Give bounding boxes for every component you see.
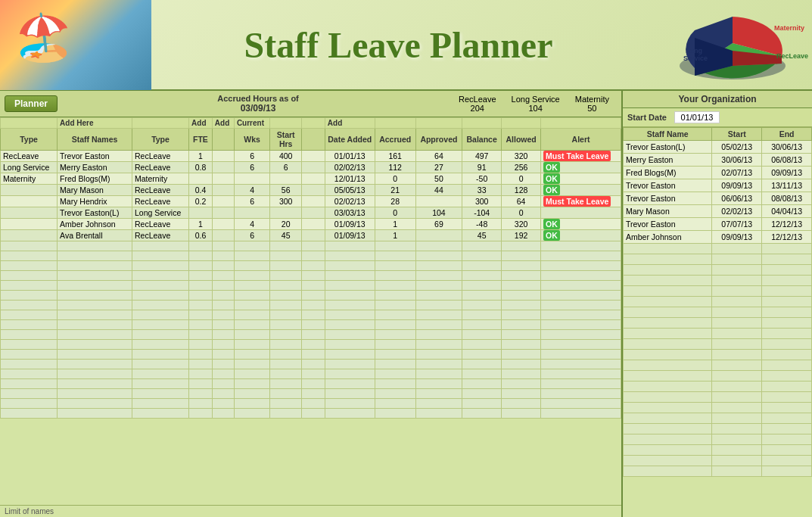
right-empty-cell <box>624 254 712 265</box>
empty-cell <box>302 409 325 419</box>
right-empty-cell <box>624 286 712 297</box>
empty-cell <box>58 261 132 271</box>
cell-type2: RecLeave <box>132 162 188 173</box>
cell-accrued: 1 <box>375 230 415 241</box>
right-cell-name: Trevor Easton(L) <box>624 141 712 154</box>
right-cell-start: 09/09/13 <box>712 231 762 244</box>
cell-balance: 33 <box>462 185 502 196</box>
empty-table-row <box>1 261 621 271</box>
empty-cell <box>212 241 234 251</box>
empty-cell <box>502 330 541 340</box>
cell-start-hrs <box>270 173 302 185</box>
right-empty-row <box>624 456 812 466</box>
empty-cell <box>375 379 415 389</box>
empty-cell <box>234 310 269 320</box>
right-empty-row <box>624 360 812 371</box>
right-empty-cell <box>624 392 712 403</box>
empty-cell <box>212 350 234 360</box>
empty-cell <box>302 310 325 320</box>
empty-cell <box>189 301 213 310</box>
empty-cell <box>58 330 132 340</box>
maternity-count: Maternity 50 <box>575 95 609 113</box>
cell-alert <box>541 207 621 219</box>
empty-table-row <box>1 389 621 399</box>
cell-type <box>1 185 58 196</box>
empty-cell <box>302 320 325 330</box>
empty-cell <box>1 320 58 330</box>
th-staff-names: Staff Names <box>58 129 132 151</box>
empty-cell <box>462 251 502 261</box>
long-service-value: 104 <box>512 104 560 113</box>
empty-cell <box>541 271 621 281</box>
empty-cell <box>541 251 621 261</box>
empty-cell <box>415 389 462 399</box>
releave-count: RecLeave 204 <box>459 95 496 113</box>
empty-cell <box>234 301 269 310</box>
right-empty-cell <box>762 329 812 339</box>
empty-cell <box>270 379 302 389</box>
th-fte: FTE <box>189 129 213 151</box>
right-empty-cell <box>762 466 812 477</box>
table-row: Mary Mason RecLeave 0.4 4 56 05/05/13 21… <box>1 185 621 196</box>
empty-cell <box>270 251 302 261</box>
cell-date: 02/02/13 <box>325 196 375 207</box>
empty-table-row <box>1 330 621 340</box>
cell-approved <box>415 230 462 241</box>
right-empty-cell <box>762 286 812 297</box>
cell-name: Mary Mason <box>58 185 132 196</box>
empty-cell <box>189 261 213 271</box>
cell-type <box>1 207 58 219</box>
cell-start-hrs: 300 <box>270 196 302 207</box>
empty-cell <box>132 281 188 291</box>
empty-cell <box>132 409 188 419</box>
empty-cell <box>415 399 462 409</box>
cell-type <box>1 219 58 230</box>
th-empty5 <box>375 118 415 129</box>
empty-cell <box>462 350 502 360</box>
empty-cell <box>212 320 234 330</box>
planner-button[interactable]: Planner <box>5 95 58 112</box>
empty-cell <box>541 301 621 310</box>
cell-allowed: 64 <box>502 196 541 207</box>
empty-table-row <box>1 281 621 291</box>
empty-cell <box>325 310 375 320</box>
empty-cell <box>415 301 462 310</box>
empty-cell <box>375 409 415 419</box>
cell-hrs <box>302 162 325 173</box>
cell-wks: 6 <box>234 151 269 162</box>
empty-table-row <box>1 251 621 261</box>
th-empty1 <box>1 118 58 129</box>
right-empty-cell <box>624 466 712 477</box>
cell-name: Ava Brentall <box>58 230 132 241</box>
empty-cell <box>1 360 58 369</box>
cell-start-hrs <box>270 207 302 219</box>
cell-date: 12/01/13 <box>325 173 375 185</box>
th-type: Type <box>1 129 58 151</box>
right-empty-cell <box>624 456 712 466</box>
empty-cell <box>58 251 132 261</box>
header-row-1: Add Here Add Add Current Add <box>1 118 621 129</box>
empty-cell <box>462 330 502 340</box>
cell-fte <box>189 207 213 219</box>
cell-fte: 0.6 <box>189 230 213 241</box>
empty-cell <box>302 350 325 360</box>
empty-cell <box>502 271 541 281</box>
header-row-2: Type Staff Names Type FTE Wks Start Hrs … <box>1 129 621 151</box>
cell-hrs <box>302 230 325 241</box>
empty-cell <box>58 409 132 419</box>
empty-cell <box>462 389 502 399</box>
empty-cell <box>1 271 58 281</box>
right-th-staff: Staff Name <box>624 128 712 141</box>
cell-type: Long Service <box>1 162 58 173</box>
empty-cell <box>302 241 325 251</box>
empty-cell <box>375 389 415 399</box>
cell-alert: OK <box>541 162 621 173</box>
right-empty-cell <box>712 382 762 392</box>
empty-cell <box>270 271 302 281</box>
empty-cell <box>189 409 213 419</box>
cell-alert: Must Take Leave <box>541 196 621 207</box>
right-empty-row <box>624 297 812 307</box>
cell-approved <box>415 196 462 207</box>
right-empty-row <box>624 392 812 403</box>
cell-wks: 6 <box>234 162 269 173</box>
